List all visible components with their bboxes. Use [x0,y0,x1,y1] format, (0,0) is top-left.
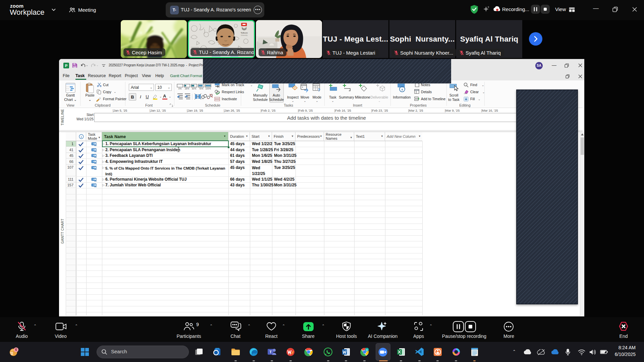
svg-text:?: ? [318,87,320,93]
svg-text:6: 6 [15,348,17,352]
svg-text:University: University [241,35,248,36]
svg-text:100%: 100% [205,87,211,90]
svg-text:25%: 25% [185,87,189,90]
svg-text:75%: 75% [199,87,203,90]
svg-text:T: T [269,350,272,354]
svg-text:P: P [65,64,67,68]
svg-text:0%: 0% [178,87,182,90]
svg-text:50%: 50% [192,87,196,90]
svg-text:?: ? [294,86,296,90]
svg-text:Telkom: Telkom [240,32,248,34]
svg-text:C: C [366,349,368,352]
